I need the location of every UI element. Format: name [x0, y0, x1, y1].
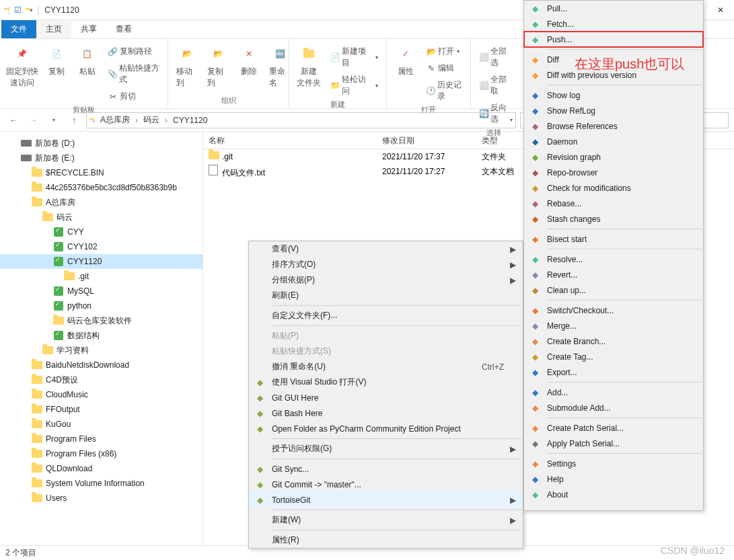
- menu-item[interactable]: ◆Show RefLog: [524, 103, 703, 118]
- menu-item[interactable]: 查看(V)▶: [249, 241, 523, 257]
- tree-node[interactable]: 新加卷 (D:): [0, 136, 203, 151]
- tree-node[interactable]: 新加卷 (E:): [0, 151, 203, 165]
- menu-item[interactable]: ◆Open Folder as PyCharm Community Editio…: [249, 421, 523, 436]
- menu-item[interactable]: ◆Pull...: [524, 1, 703, 16]
- history-button[interactable]: 🕐历史记录: [423, 78, 465, 104]
- tree-node[interactable]: 44c265376be5bc3cd8df50b8363b9b: [0, 180, 203, 195]
- menu-item[interactable]: ◆Push...: [524, 32, 703, 47]
- menu-item[interactable]: ◆Bisect start: [524, 231, 703, 247]
- forward-button[interactable]: →: [26, 112, 42, 128]
- menu-item[interactable]: 排序方式(O)▶: [249, 257, 523, 272]
- menu-item[interactable]: ◆Settings: [524, 456, 703, 471]
- edit-button[interactable]: ✎编辑: [423, 61, 465, 75]
- selectall-button[interactable]: ⬜全部选: [476, 44, 511, 70]
- newfolder-button[interactable]: 新建 文件夹: [295, 42, 324, 98]
- col-name[interactable]: 名称: [203, 132, 377, 149]
- tree-node[interactable]: QLDownload: [0, 461, 203, 476]
- menu-item[interactable]: ◆Git GUI Here: [249, 390, 523, 405]
- tree-node[interactable]: Users: [0, 491, 203, 506]
- menu-item[interactable]: ◆Resolve...: [524, 251, 703, 267]
- copy-path-button[interactable]: 🔗复制路径: [105, 44, 162, 58]
- pin-button[interactable]: 📌固定到快 速访问: [5, 42, 39, 104]
- tree-node[interactable]: BaiduNetdiskDownload: [0, 358, 203, 372]
- breadcrumb[interactable]: 码云: [141, 114, 162, 126]
- breadcrumb[interactable]: A总库房: [98, 114, 133, 126]
- tab-file[interactable]: 文件: [1, 20, 36, 38]
- tab-home[interactable]: 主页: [36, 20, 71, 38]
- paste-button[interactable]: 📋粘贴: [74, 42, 101, 104]
- tree-node[interactable]: .git: [0, 269, 203, 284]
- tree-node[interactable]: 码云仓库安装软件: [0, 313, 203, 328]
- breadcrumb[interactable]: CYY1120: [170, 116, 210, 125]
- menu-item[interactable]: ◆Create Patch Serial...: [524, 420, 703, 436]
- menu-item[interactable]: ◆Apply Patch Serial...: [524, 436, 703, 451]
- menu-item[interactable]: ◆Git Sync...: [249, 461, 523, 477]
- menu-item[interactable]: ◆Revision graph: [524, 149, 703, 165]
- col-type[interactable]: 类型: [476, 132, 523, 149]
- properties-button[interactable]: ✓属性: [392, 42, 419, 104]
- menu-item[interactable]: 分组依据(P)▶: [249, 272, 523, 288]
- menu-item[interactable]: ◆Show log: [524, 87, 703, 103]
- tree-node[interactable]: python: [0, 298, 203, 313]
- address-input[interactable]: › A总库房 › 码云 › CYY1120 ▾: [86, 112, 516, 128]
- easyaccess-button[interactable]: 📁轻松访问▾: [328, 73, 381, 98]
- menu-item[interactable]: ◆Repo-browser: [524, 165, 703, 180]
- dropdown-icon[interactable]: ▾: [510, 117, 513, 123]
- back-button[interactable]: ←: [5, 112, 22, 128]
- checkbox-icon[interactable]: ☑: [14, 5, 22, 15]
- menu-item[interactable]: ◆Merge...: [524, 318, 703, 333]
- delete-button[interactable]: ✕删除: [235, 42, 262, 90]
- menu-item[interactable]: ◆Git Commit -> "master"...: [249, 477, 523, 492]
- menu-item[interactable]: ◆About: [524, 487, 703, 502]
- tree-node[interactable]: CYY1120: [0, 254, 203, 269]
- tree-node[interactable]: CloudMusic: [0, 387, 203, 402]
- menu-item[interactable]: ◆Create Branch...: [524, 333, 703, 349]
- tree-node[interactable]: 数据结构: [0, 328, 203, 343]
- tree-node[interactable]: A总库房: [0, 195, 203, 210]
- menu-item[interactable]: ◆Clean up...: [524, 282, 703, 298]
- tree-node[interactable]: MySQL: [0, 284, 203, 298]
- menu-item[interactable]: ◆Rebase...: [524, 196, 703, 211]
- tree-node[interactable]: Program Files: [0, 432, 203, 446]
- tree-node[interactable]: KuGou: [0, 417, 203, 432]
- menu-item[interactable]: 撤消 重命名(U)Ctrl+Z: [249, 359, 523, 374]
- moveto-button[interactable]: 📂移动到: [174, 42, 200, 90]
- copy-button[interactable]: 📄复制: [43, 42, 70, 104]
- menu-item[interactable]: ◆Browse References: [524, 118, 703, 134]
- menu-item[interactable]: 属性(R): [249, 532, 523, 548]
- tree-node[interactable]: 码云: [0, 210, 203, 225]
- menu-item[interactable]: ◆Help: [524, 471, 703, 487]
- selectnone-button[interactable]: ⬜全部取: [476, 73, 511, 98]
- recent-button[interactable]: ▾: [46, 112, 62, 128]
- menu-item[interactable]: ◆Stash changes: [524, 211, 703, 227]
- tree-node[interactable]: System Volume Information: [0, 476, 203, 491]
- col-date[interactable]: 修改日期: [377, 132, 476, 149]
- tree-node[interactable]: C4D预设: [0, 372, 203, 387]
- copyto-button[interactable]: 📂复制到: [205, 42, 231, 90]
- menu-item[interactable]: ◆Check for modifications: [524, 180, 703, 196]
- menu-item[interactable]: ◆Create Tag...: [524, 349, 703, 364]
- menu-item[interactable]: ◆Fetch...: [524, 16, 703, 32]
- tree-node[interactable]: 学习资料: [0, 343, 203, 358]
- menu-item[interactable]: ◆TortoiseGit▶: [249, 492, 523, 508]
- open-button[interactable]: 📂打开▾: [423, 44, 465, 58]
- cut-button[interactable]: ✂剪切: [105, 89, 162, 104]
- tree-node[interactable]: FFOutput: [0, 402, 203, 417]
- menu-item[interactable]: 刷新(E): [249, 288, 523, 303]
- menu-item[interactable]: ◆Add...: [524, 385, 703, 400]
- newitem-button[interactable]: 📄新建项目▾: [328, 44, 381, 70]
- tree-node[interactable]: $RECYCLE.BIN: [0, 165, 203, 180]
- tree-node[interactable]: CYY: [0, 225, 203, 239]
- menu-item[interactable]: ◆Submodule Add...: [524, 400, 703, 415]
- close-icon[interactable]: ✕: [707, 0, 734, 20]
- menu-item[interactable]: ◆Revert...: [524, 267, 703, 282]
- tree-node[interactable]: Program Files (x86): [0, 446, 203, 461]
- up-button[interactable]: ↑: [66, 112, 82, 128]
- menu-item[interactable]: ◆Export...: [524, 364, 703, 380]
- menu-item[interactable]: ◆Git Bash Here: [249, 405, 523, 421]
- menu-item[interactable]: 新建(W)▶: [249, 512, 523, 528]
- paste-shortcut-button[interactable]: 📎粘贴快捷方式: [105, 61, 162, 87]
- dropdown-icon[interactable]: ▾: [30, 7, 33, 13]
- tab-share[interactable]: 共享: [71, 20, 106, 38]
- menu-item[interactable]: ◆Daemon: [524, 134, 703, 149]
